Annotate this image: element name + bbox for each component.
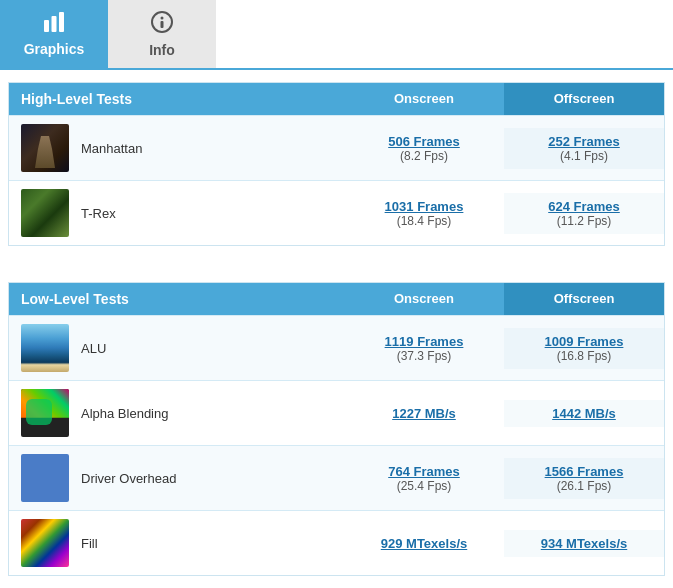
low-level-offscreen-header: Offscreen (504, 283, 664, 315)
tab-bar: Graphics Info (0, 0, 673, 70)
alu-onscreen: 1119 Frames (37.3 Fps) (344, 328, 504, 369)
svg-rect-5 (161, 21, 164, 28)
low-level-section: Low-Level Tests Onscreen Offscreen ALU 1… (8, 282, 665, 576)
fill-onscreen-value: 929 MTexels/s (352, 536, 496, 551)
fill-label: Fill (81, 536, 98, 551)
fill-offscreen-value: 934 MTexels/s (512, 536, 656, 551)
trex-offscreen: 624 Frames (11.2 Fps) (504, 193, 664, 234)
section-gap (0, 258, 673, 270)
manhattan-onscreen: 506 Frames (8.2 Fps) (344, 128, 504, 169)
row-trex: T-Rex 1031 Frames (18.4 Fps) 624 Frames … (9, 180, 664, 245)
thumb-alu (21, 324, 69, 372)
trex-onscreen-value: 1031 Frames (352, 199, 496, 214)
manhattan-offscreen: 252 Frames (4.1 Fps) (504, 128, 664, 169)
fill-offscreen: 934 MTexels/s (504, 530, 664, 557)
tab-info-label: Info (149, 42, 175, 58)
high-level-offscreen-header: Offscreen (504, 83, 664, 115)
manhattan-offscreen-fps: (4.1 Fps) (512, 149, 656, 163)
alu-onscreen-fps: (37.3 Fps) (352, 349, 496, 363)
thumb-alpha (21, 389, 69, 437)
trex-label: T-Rex (81, 206, 116, 221)
low-level-title: Low-Level Tests (9, 283, 344, 315)
manhattan-label: Manhattan (81, 141, 142, 156)
svg-rect-0 (44, 20, 49, 32)
info-icon (151, 11, 173, 38)
row-manhattan: Manhattan 506 Frames (8.2 Fps) 252 Frame… (9, 115, 664, 180)
alpha-offscreen-value: 1442 MB/s (512, 406, 656, 421)
low-level-onscreen-header: Onscreen (344, 283, 504, 315)
trex-onscreen-fps: (18.4 Fps) (352, 214, 496, 228)
driver-label: Driver Overhead (81, 471, 176, 486)
driver-onscreen-fps: (25.4 Fps) (352, 479, 496, 493)
graphics-icon (42, 12, 66, 37)
alu-offscreen-value: 1009 Frames (512, 334, 656, 349)
driver-offscreen-fps: (26.1 Fps) (512, 479, 656, 493)
manhattan-onscreen-value: 506 Frames (352, 134, 496, 149)
low-level-header: Low-Level Tests Onscreen Offscreen (9, 283, 664, 315)
alu-offscreen: 1009 Frames (16.8 Fps) (504, 328, 664, 369)
high-level-header: High-Level Tests Onscreen Offscreen (9, 83, 664, 115)
row-fill: Fill 929 MTexels/s 934 MTexels/s (9, 510, 664, 575)
high-level-section: High-Level Tests Onscreen Offscreen Manh… (8, 82, 665, 246)
alpha-offscreen: 1442 MB/s (504, 400, 664, 427)
alu-label: ALU (81, 341, 106, 356)
alu-onscreen-value: 1119 Frames (352, 334, 496, 349)
svg-rect-1 (52, 16, 57, 32)
svg-rect-2 (59, 12, 64, 32)
thumb-fill (21, 519, 69, 567)
trex-onscreen: 1031 Frames (18.4 Fps) (344, 193, 504, 234)
driver-offscreen: 1566 Frames (26.1 Fps) (504, 458, 664, 499)
row-driver-overhead: Driver Overhead 764 Frames (25.4 Fps) 15… (9, 445, 664, 510)
alpha-onscreen-value: 1227 MB/s (352, 406, 496, 421)
high-level-onscreen-header: Onscreen (344, 83, 504, 115)
thumb-manhattan (21, 124, 69, 172)
high-level-title: High-Level Tests (9, 83, 344, 115)
trex-offscreen-value: 624 Frames (512, 199, 656, 214)
svg-point-4 (161, 16, 164, 19)
row-alpha-blending: Alpha Blending 1227 MB/s 1442 MB/s (9, 380, 664, 445)
tab-graphics[interactable]: Graphics (0, 0, 108, 68)
fill-onscreen: 929 MTexels/s (344, 530, 504, 557)
row-alu: ALU 1119 Frames (37.3 Fps) 1009 Frames (… (9, 315, 664, 380)
driver-onscreen: 764 Frames (25.4 Fps) (344, 458, 504, 499)
thumb-driver (21, 454, 69, 502)
manhattan-offscreen-value: 252 Frames (512, 134, 656, 149)
trex-offscreen-fps: (11.2 Fps) (512, 214, 656, 228)
alpha-label: Alpha Blending (81, 406, 168, 421)
tab-info[interactable]: Info (108, 0, 216, 68)
alu-offscreen-fps: (16.8 Fps) (512, 349, 656, 363)
driver-onscreen-value: 764 Frames (352, 464, 496, 479)
thumb-trex (21, 189, 69, 237)
driver-offscreen-value: 1566 Frames (512, 464, 656, 479)
manhattan-onscreen-fps: (8.2 Fps) (352, 149, 496, 163)
tab-graphics-label: Graphics (24, 41, 85, 57)
alpha-onscreen: 1227 MB/s (344, 400, 504, 427)
